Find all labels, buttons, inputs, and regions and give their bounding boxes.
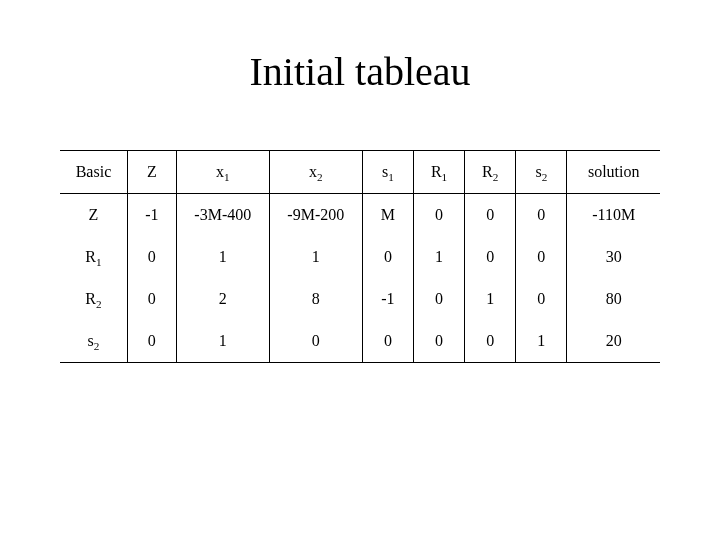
cell-solution: 30 (567, 236, 660, 278)
col-x1-base: x (216, 163, 224, 180)
cell-x1: -3M-400 (176, 194, 269, 237)
cell-basic-sub: 2 (96, 298, 102, 310)
cell-basic: s2 (60, 320, 127, 363)
cell-z: 0 (127, 320, 176, 363)
cell-basic-base: R (85, 248, 96, 265)
cell-x2: 1 (269, 236, 362, 278)
cell-s1: -1 (362, 278, 413, 320)
col-x1: x1 (176, 151, 269, 194)
col-r2-base: R (482, 163, 493, 180)
col-r1: R1 (413, 151, 464, 194)
table-row: R2 0 2 8 -1 0 1 0 80 (60, 278, 660, 320)
cell-solution: 20 (567, 320, 660, 363)
cell-basic-base: R (85, 290, 96, 307)
col-r2-sub: 2 (493, 171, 499, 183)
cell-x2: 8 (269, 278, 362, 320)
page-title: Initial tableau (0, 48, 720, 95)
cell-r2: 0 (465, 320, 516, 363)
cell-r1: 0 (413, 320, 464, 363)
col-z: Z (127, 151, 176, 194)
col-r1-sub: 1 (442, 171, 448, 183)
slide: Initial tableau Basic Z x1 x2 s1 R1 R2 s… (0, 0, 720, 540)
col-s1-sub: 1 (388, 171, 394, 183)
cell-basic-sub: 2 (94, 340, 100, 352)
col-s1: s1 (362, 151, 413, 194)
cell-x2: 0 (269, 320, 362, 363)
cell-s1: 0 (362, 320, 413, 363)
cell-r1: 1 (413, 236, 464, 278)
col-r2: R2 (465, 151, 516, 194)
cell-solution: -110M (567, 194, 660, 237)
col-x2-base: x (309, 163, 317, 180)
cell-r2: 0 (465, 194, 516, 237)
cell-basic-sub: 1 (96, 256, 102, 268)
cell-s2: 0 (516, 194, 567, 237)
cell-z: 0 (127, 236, 176, 278)
cell-r1: 0 (413, 278, 464, 320)
col-basic: Basic (60, 151, 127, 194)
cell-z: 0 (127, 278, 176, 320)
cell-s1: 0 (362, 236, 413, 278)
cell-x1: 1 (176, 236, 269, 278)
cell-basic-base: Z (89, 206, 99, 223)
table-header-row: Basic Z x1 x2 s1 R1 R2 s2 solution (60, 151, 660, 194)
cell-s2: 0 (516, 278, 567, 320)
cell-x2: -9M-200 (269, 194, 362, 237)
cell-solution: 80 (567, 278, 660, 320)
col-s2-sub: 2 (542, 171, 548, 183)
simplex-tableau: Basic Z x1 x2 s1 R1 R2 s2 solution Z -1 … (60, 150, 660, 363)
cell-x1: 1 (176, 320, 269, 363)
cell-basic: R1 (60, 236, 127, 278)
col-x2-sub: 2 (317, 171, 323, 183)
col-s2: s2 (516, 151, 567, 194)
cell-z: -1 (127, 194, 176, 237)
table-row: R1 0 1 1 0 1 0 0 30 (60, 236, 660, 278)
cell-basic: R2 (60, 278, 127, 320)
cell-basic: Z (60, 194, 127, 237)
cell-r1: 0 (413, 194, 464, 237)
cell-r2: 0 (465, 236, 516, 278)
col-x1-sub: 1 (224, 171, 230, 183)
cell-x1: 2 (176, 278, 269, 320)
col-r1-base: R (431, 163, 442, 180)
cell-r2: 1 (465, 278, 516, 320)
cell-s2: 0 (516, 236, 567, 278)
col-solution: solution (567, 151, 660, 194)
table-row: s2 0 1 0 0 0 0 1 20 (60, 320, 660, 363)
table-row: Z -1 -3M-400 -9M-200 M 0 0 0 -110M (60, 194, 660, 237)
cell-s2: 1 (516, 320, 567, 363)
cell-s1: M (362, 194, 413, 237)
tableau-wrapper: Basic Z x1 x2 s1 R1 R2 s2 solution Z -1 … (60, 150, 660, 363)
col-x2: x2 (269, 151, 362, 194)
